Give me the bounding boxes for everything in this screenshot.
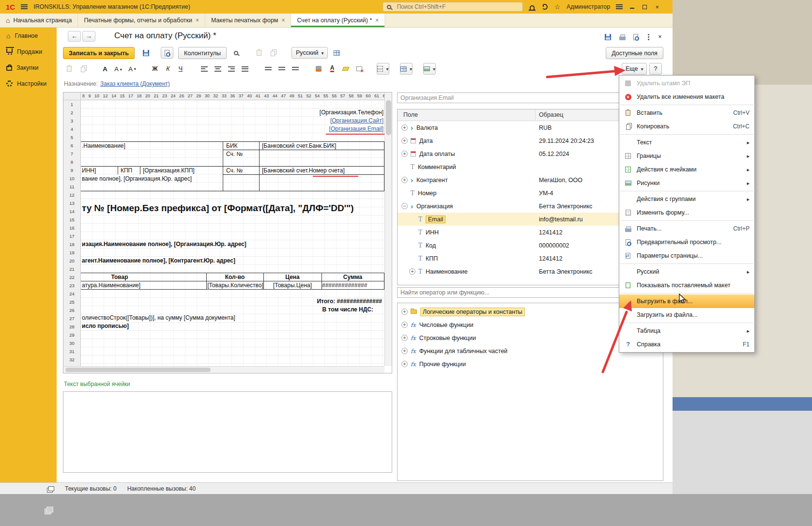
column-header[interactable]: 8 9 10 12 14 15 17 18 20 21 23 24 26 27 … — [81, 93, 384, 100]
cell-count-sum[interactable]: оличествоСтрок([Товары])], на сумму [Сум… — [82, 314, 235, 322]
expand-icon[interactable]: + — [401, 177, 408, 183]
cell-org-phone[interactable]: [Организация.Телефон] — [81, 108, 383, 117]
valign-center-button[interactable] — [276, 63, 288, 75]
menu-item-export-to-file[interactable]: Выгрузить в файл... — [619, 294, 754, 308]
cell-contractor-fullname[interactable]: агент.Наименование полное], [Контрагент.… — [82, 257, 235, 265]
service-menu-icon[interactable] — [613, 0, 626, 14]
menu-item-preview[interactable]: Предварительный просмотр... — [619, 235, 754, 249]
collapse-icon[interactable]: − — [401, 203, 408, 209]
cell-row-price[interactable]: [Товары.Цена] — [264, 281, 321, 290]
minimize-button[interactable] — [626, 0, 638, 14]
language-select[interactable]: Русский — [291, 47, 328, 59]
save-and-close-button[interactable]: Записать и закрыть — [63, 47, 135, 59]
valign-bottom-button[interactable] — [289, 63, 302, 75]
tab-home[interactable]: ⌂ Начальная страница — [0, 14, 78, 27]
menu-item-import-from-file[interactable]: Загрузить из файла... — [619, 308, 754, 322]
favorites-icon[interactable] — [551, 0, 564, 14]
cell-org-site[interactable]: [Организация.Сайт] — [81, 117, 383, 125]
menu-item-russian[interactable]: Русский — [619, 265, 754, 278]
expand-icon[interactable]: + — [401, 124, 408, 131]
preview-icon-button[interactable] — [629, 31, 642, 43]
notifications-icon[interactable] — [526, 0, 538, 14]
row-header[interactable]: 1 2 3 4 5 6 7 8 9 10 11 12 13 14 15 16 1… — [63, 100, 81, 366]
menu-item-cell-actions[interactable]: Действия с ячейками — [619, 163, 754, 176]
cell-bik-label[interactable]: БИК — [226, 142, 238, 150]
tab-invoice-active[interactable]: Счет на оплату (Русский) * × — [291, 14, 385, 27]
user-name[interactable]: Администратор — [567, 3, 610, 10]
menu-item-borders[interactable]: Границы — [619, 149, 754, 163]
cell-account-label2[interactable]: Сч. № — [226, 167, 243, 175]
highlight-button[interactable] — [339, 63, 352, 75]
global-search[interactable] — [383, 2, 523, 12]
cell-account-label[interactable]: Сч. № — [226, 150, 243, 158]
layout-view-button[interactable] — [330, 47, 343, 59]
tab-close-icon[interactable]: × — [196, 17, 199, 24]
copy-special-button[interactable] — [266, 47, 279, 59]
paste-button[interactable] — [63, 63, 76, 75]
more-button[interactable]: Еще — [622, 63, 647, 75]
sidebar-item-sales[interactable]: Продажи — [0, 44, 57, 60]
cell-th-qty[interactable]: Кол-во — [206, 273, 263, 281]
expand-icon[interactable]: + — [409, 268, 415, 275]
preview-button[interactable] — [161, 47, 173, 59]
tab-close-icon[interactable]: × — [375, 17, 379, 24]
menu-item-paste[interactable]: Вставить Ctrl+V — [619, 106, 754, 120]
menu-item-text[interactable]: Текст — [619, 136, 754, 149]
available-fields-button[interactable]: Доступные поля — [606, 47, 663, 59]
close-window-button[interactable]: × — [651, 0, 663, 14]
align-left-button[interactable] — [198, 63, 211, 75]
menu-item-show-supplied-layout[interactable]: Показывать поставляемый макет — [619, 278, 754, 292]
help-button[interactable]: ? — [649, 63, 662, 75]
cell-org-address[interactable]: вание полное], [Организация.Юр. адрес] — [82, 175, 192, 183]
assignment-link[interactable]: Заказ клиента (Документ) — [100, 80, 170, 87]
menu-item-print[interactable]: Печать... Ctrl+P — [619, 222, 754, 235]
cell-th-product[interactable]: Товар — [81, 273, 158, 281]
copy-button[interactable] — [77, 63, 89, 75]
menu-item-copy[interactable]: Копировать Ctrl+C — [619, 120, 754, 133]
tab-layouts[interactable]: Макеты печатных форм × — [205, 14, 291, 27]
align-center-button[interactable] — [212, 63, 224, 75]
vertical-scrollbar[interactable] — [384, 93, 392, 366]
tab-print-forms[interactable]: Печатные формы, отчеты и обработки × — [78, 14, 205, 27]
bold-button[interactable]: Ж — [149, 63, 161, 75]
sheet-corner[interactable] — [63, 93, 81, 100]
cell-kpp-value[interactable]: [Организация.КПП] — [143, 167, 195, 175]
table-dropdown[interactable] — [400, 63, 413, 75]
underline-button[interactable]: Ч — [174, 63, 187, 75]
expand-icon[interactable]: + — [401, 322, 408, 328]
cell-bik-value[interactable]: [Банковский счет.Банк.БИК] — [262, 142, 336, 150]
save-icon-button[interactable] — [601, 31, 614, 43]
menu-item-help[interactable]: Справка F1 — [619, 338, 754, 351]
expand-icon[interactable]: + — [401, 335, 408, 341]
cell-amount-words[interactable]: исло прописью] — [82, 322, 129, 330]
forward-button[interactable]: → — [82, 31, 95, 42]
cell-org-fullname[interactable]: изация.Наименование полное], [Организаци… — [82, 240, 246, 248]
font-button[interactable]: А — [99, 63, 111, 75]
cell-account-number[interactable]: [Банковский счет.Номер счета] — [262, 167, 345, 175]
more-dots-button[interactable] — [642, 31, 655, 43]
expand-icon[interactable]: + — [401, 138, 408, 144]
align-justify-button[interactable] — [239, 63, 251, 75]
menu-item-page-setup[interactable]: Параметры страницы... — [619, 249, 754, 263]
cell-bank-name[interactable]: .Наименование] — [82, 142, 125, 150]
picture-dropdown[interactable] — [423, 63, 436, 75]
sheet-content[interactable]: [Организация.Телефон] [Организация.Сайт]… — [81, 100, 384, 366]
history-icon[interactable] — [538, 0, 551, 14]
selected-cell-text-area[interactable] — [63, 391, 392, 473]
zoom-button[interactable] — [230, 47, 243, 59]
expand-icon[interactable]: + — [401, 151, 408, 157]
cell-org-email[interactable]: [Организация.Email] — [81, 125, 383, 133]
cell-total[interactable]: Итого: ############## — [81, 297, 382, 306]
sidebar-item-main[interactable]: ⌂ Главное — [0, 28, 57, 44]
menu-item-discard-layout-changes[interactable]: Удалить все изменения макета — [619, 90, 754, 104]
close-form-button[interactable]: × — [654, 31, 666, 43]
menu-item-table[interactable]: Таблица — [619, 324, 754, 338]
font-color-button[interactable]: А — [326, 63, 338, 75]
menu-item-pictures[interactable]: Рисунки — [619, 176, 754, 190]
paste-special-button[interactable] — [253, 47, 265, 59]
sidebar-item-settings[interactable]: Настройки — [0, 76, 57, 92]
save-button[interactable] — [139, 47, 152, 59]
cell-vat[interactable]: В том числе НДС: — [81, 306, 373, 314]
cell-th-sum[interactable]: Сумма — [322, 273, 384, 281]
scrollbar-thumb[interactable] — [65, 368, 211, 372]
